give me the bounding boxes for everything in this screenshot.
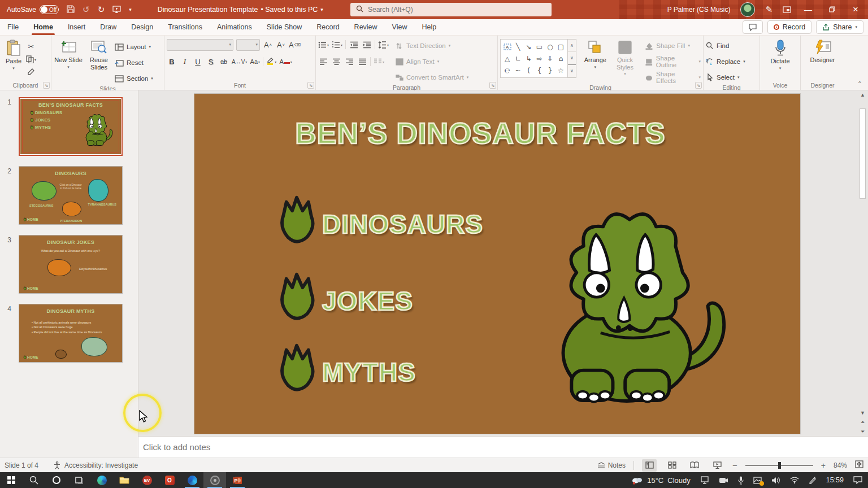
notes-toggle-button[interactable]: Notes xyxy=(597,461,626,469)
copy-icon[interactable]: ▾ xyxy=(26,54,36,65)
zoom-slider-handle[interactable] xyxy=(778,462,781,469)
character-spacing-button[interactable]: A↔V▾ xyxy=(232,56,247,67)
photos-icon[interactable] xyxy=(753,477,762,484)
menu-item-dinosaurs[interactable]: DINOSAURS xyxy=(275,194,483,246)
font-color-button[interactable]: A▾ xyxy=(279,56,292,67)
shape-textbox-icon[interactable]: A xyxy=(502,41,513,53)
drawing-dialog-launcher[interactable]: ⇘ xyxy=(695,82,702,89)
edge-browser-2-icon[interactable] xyxy=(181,472,203,488)
shape-down-arrow-icon[interactable]: ⇩ xyxy=(545,53,555,64)
shape-outline-button[interactable]: Shape Outline▾ xyxy=(645,55,701,68)
normal-view-button[interactable] xyxy=(642,459,657,472)
columns-button[interactable]: ▾ xyxy=(374,56,384,67)
restore-button[interactable] xyxy=(825,5,839,14)
text-shadow-button[interactable]: S xyxy=(206,56,216,67)
section-button[interactable]: Section▾ xyxy=(115,72,153,85)
tab-slide-show[interactable]: Slide Show xyxy=(259,19,310,35)
minimize-button[interactable]: — xyxy=(801,5,815,14)
clock[interactable]: 15:59 xyxy=(826,476,844,484)
scrollbar-thumb[interactable] xyxy=(860,108,866,199)
numbering-button[interactable]: ▾ xyxy=(332,39,342,50)
change-case-button[interactable]: Aa▾ xyxy=(250,56,260,67)
triceratops-image[interactable] xyxy=(540,200,730,410)
text-direction-button[interactable]: Text Direction▾ xyxy=(396,39,468,53)
slide-title[interactable]: BEN’S DINOSAUR FACTS xyxy=(194,116,766,150)
zoom-in-button[interactable]: + xyxy=(821,461,826,470)
close-button[interactable]: × xyxy=(849,4,862,15)
replace-button[interactable]: bcReplace▾ xyxy=(706,55,757,68)
shapes-scroll-down-icon[interactable]: ∨ xyxy=(568,52,576,64)
fit-slide-button[interactable] xyxy=(855,460,863,470)
speaker-icon[interactable] xyxy=(771,477,780,484)
action-center-icon[interactable] xyxy=(853,476,862,484)
shape-line-icon[interactable]: ╲ xyxy=(513,41,523,53)
slideshow-view-button[interactable] xyxy=(710,459,724,472)
accessibility-checker[interactable]: Accessibility: Investigate xyxy=(53,461,138,469)
scroll-up-icon[interactable]: ▲ xyxy=(860,90,865,99)
tab-design[interactable]: Design xyxy=(124,19,160,35)
pen-icon[interactable] xyxy=(809,476,817,484)
record-button[interactable]: Record xyxy=(767,20,811,34)
layout-button[interactable]: Layout▾ xyxy=(115,40,153,54)
italic-button[interactable]: I xyxy=(180,56,190,67)
paste-button[interactable]: Paste▾ xyxy=(2,38,25,71)
save-icon[interactable] xyxy=(67,5,75,15)
reset-button[interactable]: Reset xyxy=(115,56,153,69)
tab-review[interactable]: Review xyxy=(347,19,385,35)
tab-file[interactable]: File xyxy=(0,19,26,35)
search-input[interactable] xyxy=(368,6,526,14)
user-avatar[interactable] xyxy=(740,2,755,17)
shape-scribble-icon[interactable]: ℮ xyxy=(502,64,513,76)
clipboard-dialog-launcher[interactable]: ⇘ xyxy=(43,82,50,89)
task-view-button[interactable] xyxy=(68,472,90,488)
strikethrough-button[interactable]: ab xyxy=(219,56,229,67)
bullets-button[interactable]: ▾ xyxy=(318,39,329,50)
shapes-more-icon[interactable]: ∨ xyxy=(568,64,576,77)
align-center-button[interactable] xyxy=(331,56,341,67)
new-slide-button[interactable]: New Slide▾ xyxy=(54,38,83,69)
slide-2-thumbnail[interactable]: DINOSAURS Click on a Dinosaur to find ou… xyxy=(19,166,123,225)
file-explorer-icon[interactable] xyxy=(113,472,136,488)
shape-arc-icon[interactable]: ( xyxy=(523,64,534,76)
align-text-button[interactable]: Align Text▾ xyxy=(396,55,468,68)
notes-pane[interactable]: Click to add notes xyxy=(138,436,868,457)
expressvpn-icon[interactable]: EV xyxy=(136,472,158,488)
presenter-window-icon[interactable] xyxy=(783,5,791,15)
start-slideshow-icon[interactable] xyxy=(112,5,121,15)
tab-draw[interactable]: Draw xyxy=(93,19,124,35)
customize-qat-icon[interactable]: ▾ xyxy=(129,7,132,12)
font-dialog-launcher[interactable]: ⇘ xyxy=(307,82,314,89)
clear-formatting-button[interactable]: A⌫ xyxy=(289,39,301,50)
slide-1-thumbnail[interactable]: BEN’S DINOSAUR FACTS DINOSAURS JOKES MYT… xyxy=(19,97,123,156)
shape-elbow-arrow-icon[interactable]: ↳ xyxy=(523,53,534,64)
reuse-slides-button[interactable]: Reuse Slides xyxy=(84,38,114,71)
camera-icon[interactable] xyxy=(719,477,728,484)
search-bar[interactable] xyxy=(350,3,552,16)
arrange-button[interactable]: Arrange▾ xyxy=(581,38,610,69)
slide-canvas[interactable]: BEN’S DINOSAUR FACTS DINOSAURS JOKES MYT… xyxy=(194,94,800,434)
shape-triangle-icon[interactable]: △ xyxy=(502,53,513,64)
reading-view-button[interactable] xyxy=(687,459,702,472)
shape-arrow-icon[interactable]: ↘ xyxy=(523,41,534,53)
vertical-scrollbar[interactable]: ▲ ▼ ⏶ ⏷ xyxy=(858,90,867,436)
slide-sorter-view-button[interactable] xyxy=(665,459,679,472)
weather-widget[interactable]: 15°C Cloudy xyxy=(631,476,691,485)
autosave-toggle[interactable]: AutoSave Off xyxy=(7,5,59,14)
paragraph-dialog-launcher[interactable]: ⇘ xyxy=(489,82,496,89)
office-app-icon[interactable]: O xyxy=(158,472,181,488)
shapes-scroll-up-icon[interactable]: ∧ xyxy=(568,40,576,52)
tab-view[interactable]: View xyxy=(385,19,415,35)
decrease-font-size-button[interactable]: A˅ xyxy=(276,39,286,50)
designer-button[interactable]: Designer xyxy=(806,38,840,64)
slide-3-thumbnail[interactable]: DINOSAUR JOKES What do you call a Dinosa… xyxy=(19,235,123,294)
previous-slide-icon[interactable]: ⏶ xyxy=(861,419,865,425)
dictate-button[interactable]: Dictate▾ xyxy=(766,38,795,71)
wifi-icon[interactable] xyxy=(790,477,799,483)
scroll-down-icon[interactable]: ▼ xyxy=(860,410,865,416)
shapes-gallery[interactable]: A ╲ ↘ ▭ ○ ▢ △ ∟ ↳ ⇨ ⇩ ⌂ ℮ ~ ( { } xyxy=(500,39,568,78)
zoom-level[interactable]: 84% xyxy=(834,461,847,469)
shape-left-brace-icon[interactable]: { xyxy=(534,64,545,76)
comments-button[interactable] xyxy=(743,20,763,34)
shape-rounded-rectangle-icon[interactable]: ▢ xyxy=(555,41,566,53)
user-name[interactable]: P Palmer (CS Music) xyxy=(667,6,731,14)
